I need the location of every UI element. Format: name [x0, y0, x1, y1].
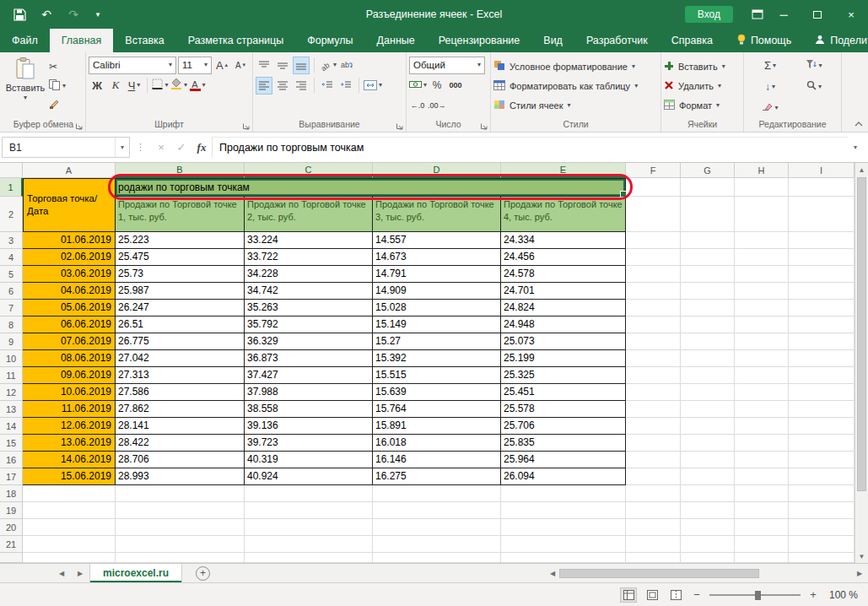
row-header-9[interactable]: 9 [0, 333, 23, 350]
find-select-button[interactable]: ▾ [794, 78, 834, 95]
cell-A1-corner-header[interactable]: Торговая точка/ Дата [23, 178, 116, 232]
cell-G12[interactable] [681, 384, 735, 401]
cell-G16[interactable] [681, 452, 735, 468]
cell-H18[interactable] [735, 485, 789, 502]
cell-E4[interactable]: 24.456 [501, 249, 626, 266]
tab-главная[interactable]: Главная [50, 29, 114, 52]
cell-F10[interactable] [626, 350, 681, 367]
font-color-button[interactable]: А ▾ [189, 77, 206, 95]
horizontal-scrollbar[interactable]: ◀ ▶ [546, 564, 868, 582]
cell-F2[interactable] [626, 197, 681, 232]
fill-button[interactable]: ↓▾ [747, 78, 794, 95]
cell-D5[interactable]: 14.791 [373, 266, 501, 283]
tab-помощь[interactable]: Помощь [725, 29, 803, 52]
tab-данные[interactable]: Данные [365, 29, 427, 52]
cell-C2-series-header[interactable]: Продажи по Торговой точке 2, тыс. руб. [245, 197, 373, 232]
zoom-out-icon[interactable]: − [691, 588, 703, 601]
row-header-7[interactable]: 7 [0, 300, 23, 317]
save-icon[interactable] [12, 7, 27, 22]
cell-H21[interactable] [735, 536, 789, 553]
cell-A13-date[interactable]: 11.06.2019 [23, 401, 116, 418]
cell-B7[interactable]: 26.247 [116, 300, 245, 317]
cell-E22[interactable] [501, 553, 626, 563]
cell-H20[interactable] [735, 519, 789, 536]
tab-вид[interactable]: Вид [531, 29, 574, 52]
tab-файл[interactable]: Файл [0, 29, 50, 52]
cell-F7[interactable] [626, 300, 681, 317]
cell-D7[interactable]: 15.028 [373, 300, 501, 317]
scroll-left-icon[interactable]: ◀ [546, 570, 559, 577]
sign-in-button[interactable]: Вход [685, 6, 733, 23]
cell-D10[interactable]: 15.392 [373, 350, 501, 367]
tab-разработчик[interactable]: Разработчик [574, 29, 660, 52]
cell-C20[interactable] [245, 519, 373, 536]
cell-D3[interactable]: 14.557 [373, 232, 501, 249]
cell-G8[interactable] [681, 317, 735, 333]
column-header-B[interactable]: B [116, 163, 245, 178]
format-painter-button[interactable] [46, 97, 68, 114]
cell-G14[interactable] [681, 418, 735, 435]
cell-F1[interactable] [626, 178, 681, 197]
cell-G10[interactable] [681, 350, 735, 367]
grow-font-button[interactable]: А▴ [213, 57, 230, 74]
formula-bar-splitter[interactable]: ⋮ [130, 142, 151, 153]
minimize-button[interactable]: ─ [768, 2, 799, 27]
row-header-20[interactable]: 20 [0, 519, 23, 536]
row-header-6[interactable]: 6 [0, 283, 23, 300]
align-middle-button[interactable] [274, 57, 291, 74]
cell-H9[interactable] [735, 333, 789, 350]
row-header-19[interactable]: 19 [0, 502, 23, 519]
cell-B20[interactable] [116, 519, 245, 536]
cell-G7[interactable] [681, 300, 735, 317]
cell-A8-date[interactable]: 06.06.2019 [23, 317, 116, 333]
align-bottom-button[interactable] [293, 57, 310, 74]
cell-I12[interactable] [789, 384, 855, 401]
cell-H10[interactable] [735, 350, 789, 367]
cell-H4[interactable] [735, 249, 789, 266]
cell-G6[interactable] [681, 283, 735, 300]
cell-F22[interactable] [626, 553, 681, 563]
row-header-1[interactable]: 1 [0, 178, 23, 197]
cell-B16[interactable]: 28.706 [116, 452, 245, 468]
cancel-button[interactable]: × [151, 138, 171, 158]
qat-customize-icon[interactable]: ▾ [93, 7, 103, 22]
cell-H13[interactable] [735, 401, 789, 418]
cell-G9[interactable] [681, 333, 735, 350]
cell-G20[interactable] [681, 519, 735, 536]
cell-D16[interactable]: 16.146 [373, 452, 501, 468]
cell-D17[interactable]: 16.275 [373, 468, 501, 485]
cell-A20[interactable] [23, 519, 116, 536]
share-button[interactable]: Поделиться [803, 29, 868, 52]
cell-D19[interactable] [373, 502, 501, 519]
cell-D13[interactable]: 15.764 [373, 401, 501, 418]
cell-I15[interactable] [789, 435, 855, 452]
cell-F14[interactable] [626, 418, 681, 435]
cell-C8[interactable]: 35.792 [245, 317, 373, 333]
enter-button[interactable]: ✓ [171, 138, 191, 158]
row-header-17[interactable]: 17 [0, 468, 23, 485]
cell-E20[interactable] [501, 519, 626, 536]
cell-B8[interactable]: 26.51 [116, 317, 245, 333]
cell-I6[interactable] [789, 283, 855, 300]
cell-D22[interactable] [373, 553, 501, 563]
ribbon-display-options-icon[interactable] [750, 7, 765, 22]
cell-C14[interactable]: 39.136 [245, 418, 373, 435]
row-header-3[interactable]: 3 [0, 232, 23, 249]
cell-A22[interactable] [23, 553, 116, 563]
cell-H15[interactable] [735, 435, 789, 452]
cell-E19[interactable] [501, 502, 626, 519]
cell-H11[interactable] [735, 367, 789, 384]
column-header-E[interactable]: E [501, 163, 626, 178]
cell-C17[interactable]: 40.924 [245, 468, 373, 485]
cell-F9[interactable] [626, 333, 681, 350]
percent-style-button[interactable]: % [429, 77, 445, 95]
cell-B22[interactable] [116, 553, 245, 563]
fill-color-button[interactable]: ▾ [170, 77, 187, 95]
clipboard-dialog-launcher-icon[interactable] [75, 122, 84, 130]
redo-icon[interactable]: ↷ [66, 7, 81, 22]
row-header-2[interactable]: 2 [0, 197, 23, 232]
cell-B13[interactable]: 27.862 [116, 401, 245, 418]
cell-D9[interactable]: 15.27 [373, 333, 501, 350]
select-all-corner[interactable] [0, 163, 23, 178]
cell-A3-date[interactable]: 01.06.2019 [23, 232, 116, 249]
